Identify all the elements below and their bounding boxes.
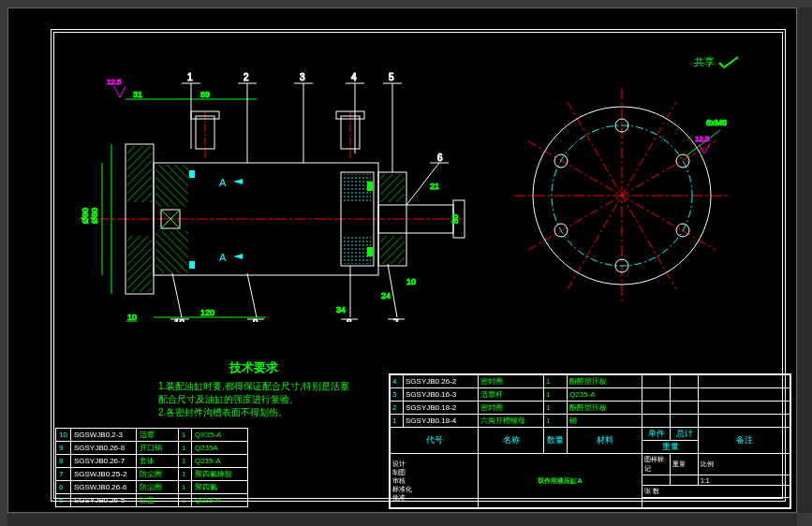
bom-row: 8SGSYJB0.26-7套体1Q235-A [56, 455, 248, 468]
svg-text:120: 120 [200, 308, 214, 317]
title-block: 4SGSYJB0.26-2密封圈1酚醛层压板3SGSYJB0.16-3活塞杆1Q… [389, 373, 791, 509]
svg-rect-25 [189, 261, 195, 269]
header-qty: 数量 [544, 428, 568, 454]
header-mat: 材料 [568, 428, 642, 454]
scale-label: 比例 [699, 454, 790, 475]
tech-req-title: 技术要求 [158, 359, 349, 376]
svg-text:31: 31 [133, 90, 142, 99]
tech-requirements: 技术要求 1.装配油缸时要,都得保证配合尺寸,特别是活塞 配合尺寸及油缸的强度进… [158, 359, 349, 419]
svg-rect-26 [367, 182, 373, 191]
svg-text:1: 1 [187, 72, 193, 82]
bom-left: 10SGSWJB0.2-3活塞1QX35-A9SGSYJB0.26-8开口销1Q… [55, 428, 248, 507]
header-name: 名称 [479, 428, 544, 454]
share-button[interactable]: 共享 [694, 55, 740, 70]
stage-label: 图样标记 [642, 454, 671, 475]
svg-text:50: 50 [450, 214, 460, 224]
bom-row: 9SGSYJB0.26-8开口销1Q235A [56, 442, 248, 455]
svg-text:10: 10 [127, 313, 137, 322]
svg-rect-21 [343, 236, 371, 264]
tech-req-line: 2.各密封件沟槽表面不得划伤。 [158, 406, 349, 419]
bom-row: 4SGSYJB0.26-2密封圈1酚醛层压板 [391, 375, 790, 388]
svg-text:21: 21 [430, 182, 439, 191]
svg-text:6: 6 [437, 153, 443, 163]
share-label: 共享 [694, 56, 715, 67]
bom-row: 6SGSWJB0.26-6防尘圈1聚四氟 [56, 481, 248, 494]
bom-row: 5SGSYJB0.26-5缸盖1Q235-A [56, 494, 248, 507]
drawing-title: 双作用液压缸A [479, 454, 642, 508]
svg-rect-18 [155, 165, 188, 207]
scale-value: 1:1 [699, 475, 790, 486]
svg-text:Ø80: Ø80 [90, 208, 99, 224]
svg-text:6xM8: 6xM8 [706, 118, 727, 127]
svg-text:3: 3 [300, 72, 305, 82]
svg-marker-49 [233, 179, 243, 184]
bom-row: 2SGSYJB0.18-2密封圈1酚醛层压板 [391, 402, 790, 415]
svg-line-80 [172, 273, 182, 317]
svg-rect-17 [127, 236, 152, 292]
header-remark: 备注 [699, 428, 790, 454]
vertical-scrollbar[interactable] [798, 7, 812, 513]
svg-text:12.5: 12.5 [695, 135, 710, 143]
horizontal-scrollbar[interactable] [7, 514, 797, 526]
svg-text:A: A [219, 177, 227, 188]
svg-marker-51 [233, 254, 243, 259]
bom-row: 10SGSWJB0.2-3活塞1QX35-A [56, 429, 248, 442]
svg-text:2: 2 [244, 72, 249, 82]
bom-row: 3SGSYJB0.16-3活塞杆1Q235-A [391, 388, 790, 402]
tech-req-line: 1.装配油缸时要,都得保证配合尺寸,特别是活塞 [158, 380, 349, 393]
svg-point-92 [676, 154, 689, 168]
svg-text:12.5: 12.5 [107, 78, 122, 86]
svg-rect-27 [367, 247, 373, 256]
header-code: 代号 [391, 428, 479, 454]
flange-view: 6xM8 12.5 [505, 83, 739, 308]
svg-text:10: 10 [406, 277, 416, 286]
svg-line-77 [247, 273, 257, 317]
bom-row: 1SGSYJB0.18-4六角开槽螺母1钢 [391, 415, 790, 428]
svg-text:4: 4 [351, 72, 357, 82]
svg-rect-19 [155, 231, 188, 273]
cad-canvas[interactable]: 共享 [7, 7, 797, 513]
svg-rect-23 [380, 236, 405, 264]
tech-req-line: 配合尺寸及油缸的强度进行复验。 [158, 393, 349, 406]
bom-row: 7SGSWJB0.25-2防尘圈1聚四氟橡胶 [56, 468, 248, 481]
bom-left-table: 10SGSWJB0.2-3活塞1QX35-A9SGSYJB0.26-8开口销1Q… [55, 428, 248, 507]
svg-text:Ø90: Ø90 [81, 208, 90, 224]
section-view: 31 89 120 10 24 34 21 50 10 Ø80 Ø90 [69, 60, 472, 322]
svg-rect-20 [343, 174, 371, 202]
svg-text:34: 34 [336, 305, 346, 314]
svg-text:24: 24 [381, 291, 391, 300]
svg-text:5: 5 [389, 72, 394, 82]
svg-rect-16 [127, 146, 152, 202]
checkmark-icon [717, 55, 740, 70]
svg-text:89: 89 [200, 90, 210, 99]
svg-rect-24 [189, 170, 195, 178]
svg-text:A: A [219, 252, 227, 263]
svg-rect-22 [380, 174, 405, 202]
